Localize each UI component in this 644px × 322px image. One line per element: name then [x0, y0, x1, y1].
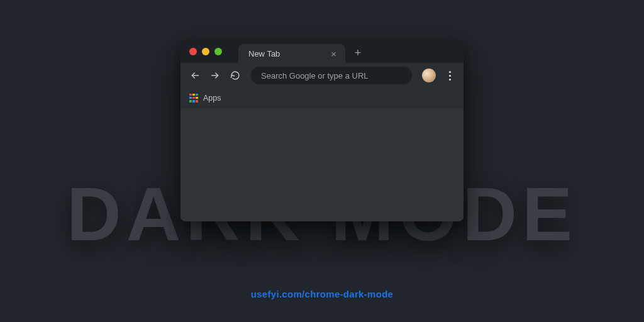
bookmarks-bar: Apps — [180, 88, 464, 108]
new-tab-button[interactable]: + — [349, 44, 367, 62]
arrow-right-icon — [210, 70, 220, 80]
arrow-left-icon — [190, 70, 200, 80]
forward-button[interactable] — [207, 67, 223, 84]
close-window-icon[interactable] — [189, 48, 197, 55]
apps-label: Apps — [203, 94, 221, 103]
page-content — [180, 108, 464, 221]
back-button[interactable] — [187, 67, 203, 84]
kebab-dot-icon — [449, 79, 451, 80]
apps-shortcut[interactable]: Apps — [189, 94, 221, 103]
window-controls — [189, 48, 222, 55]
profile-avatar[interactable] — [422, 69, 436, 82]
reload-button[interactable] — [227, 67, 243, 84]
address-bar-placeholder: Search Google or type a URL — [261, 71, 369, 80]
plus-icon: + — [355, 47, 362, 60]
apps-grid-icon — [189, 94, 198, 103]
tab-title: New Tab — [248, 49, 330, 58]
titlebar: New Tab × + — [180, 40, 464, 63]
kebab-dot-icon — [449, 71, 451, 73]
menu-button[interactable] — [442, 68, 457, 83]
footer-link[interactable]: usefyi.com/chrome-dark-mode — [251, 289, 394, 299]
address-bar[interactable]: Search Google or type a URL — [251, 67, 412, 84]
maximize-window-icon[interactable] — [214, 48, 222, 55]
reload-icon — [230, 70, 240, 80]
kebab-dot-icon — [449, 75, 451, 77]
browser-window: New Tab × + Search Google or type a URL — [180, 40, 464, 221]
toolbar: Search Google or type a URL — [180, 63, 464, 88]
browser-tab[interactable]: New Tab × — [238, 44, 345, 63]
close-tab-icon[interactable]: × — [330, 49, 338, 58]
minimize-window-icon[interactable] — [202, 48, 209, 55]
